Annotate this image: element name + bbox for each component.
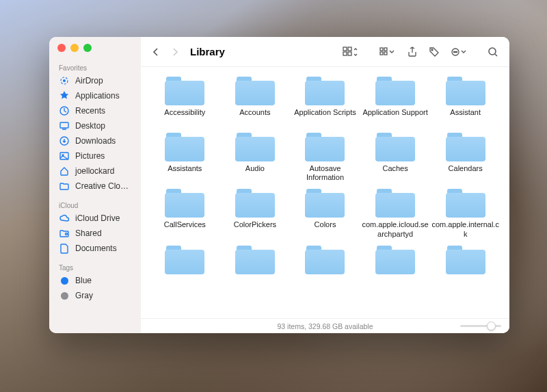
svg-point-20 [456, 51, 457, 52]
sidebar-item-label: Pictures [75, 151, 105, 161]
folder-label: Audio [245, 164, 265, 182]
section-header-tags: Tags [49, 261, 141, 273]
action-menu-button[interactable] [448, 44, 470, 60]
svg-rect-15 [384, 52, 387, 55]
sidebar-item-desktop[interactable]: Desktop [49, 118, 141, 133]
folder-item[interactable]: CallServices [150, 186, 219, 238]
folder-label: Assistant [450, 108, 481, 126]
sidebar-item-home[interactable]: joellockard [49, 164, 141, 179]
svg-point-19 [455, 51, 455, 52]
sidebar-item-label: Downloads [75, 136, 116, 146]
folder-item[interactable]: Application Scripts [291, 74, 360, 126]
folder-label: Accounts [239, 108, 270, 126]
recents-icon [59, 105, 70, 116]
folder-icon [234, 74, 276, 107]
tag-button[interactable] [426, 44, 442, 60]
folder-item[interactable]: com.apple.icloud.searchpartyd [361, 186, 430, 238]
sidebar-item-label: joellockard [75, 166, 114, 176]
folder-item[interactable] [150, 243, 219, 295]
folder-label: Caches [382, 164, 408, 182]
file-browser[interactable]: Accessibility Accounts Application Scrip… [141, 67, 509, 318]
folder-item[interactable] [221, 243, 290, 295]
svg-rect-8 [343, 47, 347, 51]
sidebar: Favorites AirDrop Applications Recents D… [49, 37, 141, 333]
minimize-button[interactable] [70, 44, 79, 52]
svg-rect-9 [348, 47, 351, 51]
sidebar-item-applications[interactable]: Applications [49, 88, 141, 103]
folder-icon [234, 186, 276, 219]
folder-grid: Accessibility Accounts Application Scrip… [150, 74, 500, 295]
folder-item[interactable]: Audio [221, 130, 290, 182]
window-title: Library [190, 46, 225, 57]
section-header-icloud: iCloud [49, 199, 141, 211]
folder-icon [374, 130, 416, 163]
forward-button[interactable] [168, 45, 182, 59]
section-header-favorites: Favorites [49, 62, 141, 73]
svg-point-0 [63, 79, 66, 82]
folder-icon [444, 74, 487, 107]
group-button[interactable] [377, 44, 399, 60]
sidebar-item-label: Desktop [75, 121, 105, 131]
svg-rect-11 [348, 52, 351, 55]
folder-item[interactable]: Assistant [431, 74, 500, 126]
sidebar-item-label: Gray [75, 291, 93, 300]
folder-item[interactable]: Autosave Information [291, 130, 360, 182]
folder-item[interactable]: com.apple.internal.ck [431, 186, 500, 238]
folder-item[interactable]: Assistants [150, 130, 219, 182]
svg-rect-13 [384, 48, 387, 51]
documents-icon [59, 243, 70, 254]
zoom-knob[interactable] [487, 322, 496, 330]
svg-point-18 [453, 51, 454, 52]
home-icon [59, 166, 70, 177]
sidebar-item-airdrop[interactable]: AirDrop [49, 73, 141, 88]
folder-item[interactable] [291, 243, 360, 295]
back-button[interactable] [149, 45, 163, 59]
folder-label: Accessibility [164, 108, 205, 126]
status-text: 93 items, 329.68 GB available [277, 322, 373, 330]
tag-dot-icon [59, 275, 70, 286]
folder-item[interactable]: Application Support [361, 74, 430, 126]
folder-item[interactable]: Accounts [221, 74, 290, 126]
tag-dot-icon [59, 290, 70, 301]
folder-icon [163, 74, 206, 107]
svg-rect-12 [380, 48, 383, 51]
folder-item[interactable] [361, 243, 430, 295]
folder-icon [374, 74, 416, 107]
folder-item[interactable]: Accessibility [150, 74, 219, 126]
folder-item[interactable]: Colors [291, 186, 360, 238]
share-button[interactable] [404, 44, 421, 60]
folder-icon [234, 243, 276, 276]
sidebar-item-tag-gray[interactable]: Gray [49, 288, 141, 303]
folder-item[interactable] [431, 243, 500, 295]
sidebar-item-downloads[interactable]: Downloads [49, 133, 141, 148]
folder-icon [444, 243, 487, 276]
view-toggle-button[interactable] [340, 44, 360, 60]
sidebar-item-documents[interactable]: Documents [49, 241, 141, 256]
zoom-slider[interactable] [460, 325, 501, 327]
folder-icon [374, 243, 416, 276]
folder-icon [304, 74, 346, 107]
search-button[interactable] [485, 44, 501, 60]
svg-rect-14 [380, 52, 383, 55]
sidebar-item-tag-blue[interactable]: Blue [49, 273, 141, 288]
airdrop-icon [59, 75, 70, 86]
sidebar-item-icloud-drive[interactable]: iCloud Drive [49, 211, 141, 226]
finder-window: Favorites AirDrop Applications Recents D… [49, 37, 509, 333]
sidebar-item-recents[interactable]: Recents [49, 103, 141, 118]
folder-label: com.apple.icloud.searchpartyd [361, 220, 430, 238]
svg-rect-3 [60, 122, 68, 128]
folder-icon [163, 130, 206, 163]
sidebar-item-pictures[interactable]: Pictures [49, 148, 141, 164]
sidebar-item-shared[interactable]: Shared [49, 226, 141, 241]
close-button[interactable] [57, 44, 66, 52]
sidebar-item-label: Blue [75, 276, 92, 285]
folder-label: Assistants [168, 164, 202, 182]
folder-icon [304, 186, 346, 219]
folder-item[interactable]: ColorPickers [221, 186, 290, 238]
folder-label: ColorPickers [234, 220, 276, 238]
folder-icon [444, 186, 487, 219]
sidebar-item-creative-cloud[interactable]: Creative Clo… [49, 179, 141, 194]
maximize-button[interactable] [83, 44, 92, 52]
folder-item[interactable]: Calendars [431, 130, 500, 182]
folder-item[interactable]: Caches [361, 130, 430, 182]
